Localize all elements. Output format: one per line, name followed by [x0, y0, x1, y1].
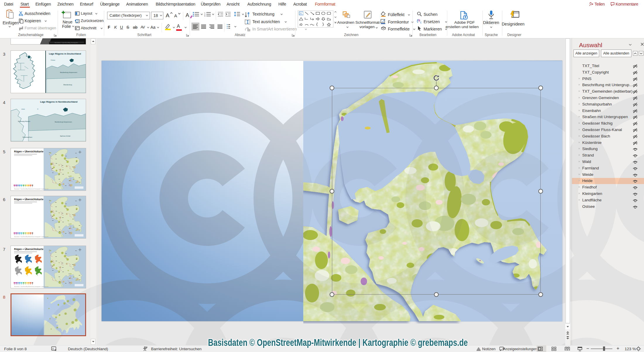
- svg-text:Rügen » Übersichtskarte: Rügen » Übersichtskarte: [14, 150, 43, 153]
- svg-text:Brandenburg: Brandenburg: [64, 84, 72, 86]
- svg-text:Ostsee: Ostsee: [51, 59, 55, 61]
- svg-text:Basisdaten © OpenStreetMap-Mit: Basisdaten © OpenStreetMap-Mitwirkende |…: [14, 236, 48, 237]
- svg-text:Basisdaten © OpenStreetMap-Mit: Basisdaten © OpenStreetMap-Mitwirkende |…: [14, 188, 48, 190]
- svg-text:3: 3: [204, 15, 205, 17]
- svg-text:A: A: [247, 12, 249, 15]
- svg-text:Basisdaten © OpenStreetMap | K: Basisdaten © OpenStreetMap | Kartographi…: [55, 42, 78, 43]
- svg-text:Schleswig-Holstein: Schleswig-Holstein: [18, 120, 30, 122]
- svg-text:Mecklenburg-Vorpommern: Mecklenburg-Vorpommern: [55, 121, 72, 123]
- svg-text:A: A: [300, 12, 302, 15]
- svg-text:Lage Rügens in Norddeutschland: Lage Rügens in Norddeutschland: [40, 101, 78, 103]
- svg-text:Basisdaten © OpenStreetMap-Mit: Basisdaten © OpenStreetMap-Mitwirkende |…: [14, 286, 48, 287]
- svg-text:Sachsen-Anhalt: Sachsen-Anhalt: [60, 135, 71, 137]
- svg-text:c: c: [420, 21, 422, 24]
- svg-text:Mecklenburg-Vorpommern: Mecklenburg-Vorpommern: [60, 72, 77, 73]
- svg-text:Niedersachsen: Niedersachsen: [23, 136, 32, 138]
- svg-text:Lage Rügens in Deutschland: Lage Rügens in Deutschland: [49, 52, 81, 55]
- svg-text:Rügen » Übersichtskarte: Rügen » Übersichtskarte: [14, 248, 43, 251]
- svg-text:Rügen » Übersichtskarte: Rügen » Übersichtskarte: [14, 198, 43, 201]
